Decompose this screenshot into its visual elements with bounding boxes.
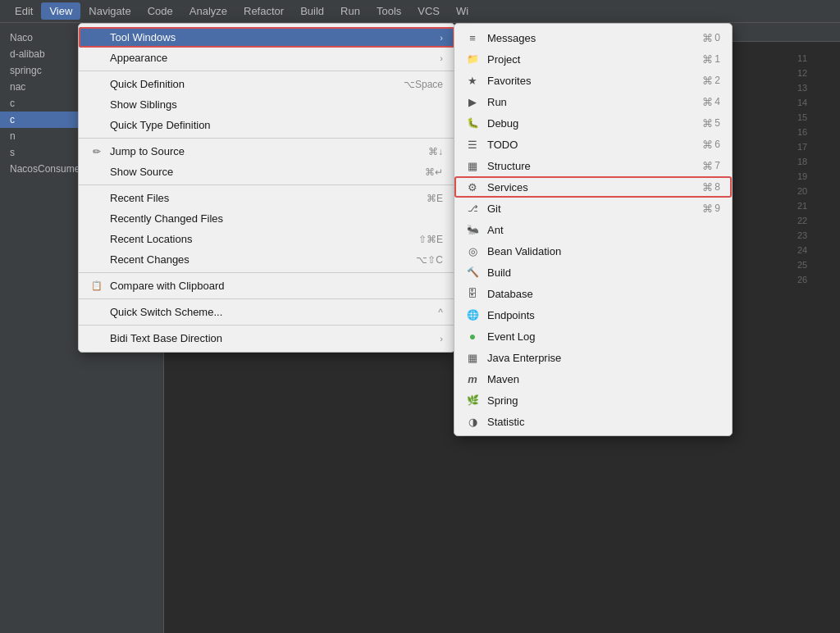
menu-item-quick-switch[interactable]: Quick Switch Scheme... ^ [79, 302, 454, 322]
tw-item-maven[interactable]: m Maven [454, 368, 732, 389]
endpoints-label: Endpoints [487, 309, 535, 321]
run-label: Run [487, 96, 507, 108]
compare-clipboard-label: Compare with Clipboard [110, 280, 224, 292]
separator-2 [79, 138, 454, 139]
tw-item-bean-validation[interactable]: ◎ Bean Validation [454, 240, 732, 262]
tw-item-favorites[interactable]: ★ Favorites ⌘2 [454, 70, 732, 91]
event-log-label: Event Log [487, 330, 536, 343]
project-shortcut: ⌘1 [702, 53, 720, 66]
tw-item-messages[interactable]: ≡ Messages ⌘0 [454, 27, 732, 48]
tw-item-spring[interactable]: 🌿 Spring [454, 389, 732, 411]
tw-item-project[interactable]: 📁 Project ⌘1 [454, 48, 732, 70]
quick-switch-label: Quick Switch Scheme... [110, 306, 222, 318]
menu-item-show-source[interactable]: Show Source ⌘↵ [79, 162, 454, 182]
spring-label: Spring [487, 394, 518, 407]
menu-build[interactable]: Build [292, 2, 332, 20]
menu-analyze[interactable]: Analyze [181, 2, 235, 20]
quick-def-shortcut: ⌥Space [404, 79, 443, 90]
menu-item-recent-locations[interactable]: Recent Locations ⇧⌘E [79, 229, 454, 249]
menu-item-show-siblings[interactable]: Show Siblings [79, 94, 454, 115]
tw-item-git[interactable]: ⎇ Git ⌘9 [454, 198, 732, 219]
tw-item-event-log[interactable]: ● Event Log [454, 326, 732, 347]
menu-item-bidi-text[interactable]: Bidi Text Base Direction › [79, 328, 454, 348]
ant-icon: 🐜 [466, 223, 479, 236]
run-icon: ▶ [466, 95, 479, 108]
tw-item-services[interactable]: ⚙ Services ⌘8 [454, 176, 732, 198]
favorites-icon: ★ [466, 74, 479, 87]
tool-windows-label: Tool Windows [110, 31, 176, 43]
messages-label: Messages [487, 32, 536, 44]
menu-edit[interactable]: Edit [7, 2, 41, 20]
quick-switch-shortcut: ^ [438, 307, 443, 318]
menu-item-tool-windows[interactable]: Tool Windows › [79, 27, 454, 48]
tw-item-statistic[interactable]: ◑ Statistic [454, 411, 732, 432]
menu-item-quick-definition[interactable]: Quick Definition ⌥Space [79, 74, 454, 94]
bean-validation-icon: ◎ [466, 244, 479, 257]
services-shortcut: ⌘8 [702, 181, 720, 194]
jump-source-label: Jump to Source [110, 145, 185, 157]
menu-refactor[interactable]: Refactor [235, 2, 292, 20]
bidi-text-arrow: › [440, 334, 443, 344]
quick-def-label: Quick Definition [110, 78, 185, 90]
view-menu-dropdown: Tool Windows › Appearance › Quick Defini… [78, 23, 455, 353]
menu-code[interactable]: Code [139, 2, 181, 20]
tw-item-endpoints[interactable]: 🌐 Endpoints [454, 304, 732, 326]
menu-wi[interactable]: Wi [448, 2, 477, 20]
tw-item-build[interactable]: 🔨 Build [454, 262, 732, 283]
ant-label: Ant [487, 224, 504, 236]
menu-vcs[interactable]: VCS [409, 2, 448, 20]
menu-view[interactable]: View [41, 2, 80, 20]
run-shortcut: ⌘4 [702, 96, 720, 108]
tw-item-todo[interactable]: ☰ TODO ⌘6 [454, 134, 732, 155]
build-label: Build [487, 266, 511, 279]
menu-navigate[interactable]: Navigate [80, 2, 139, 20]
git-label: Git [487, 203, 501, 215]
separator-1 [79, 71, 454, 71]
tw-item-java-enterprise[interactable]: ▦ Java Enterprise [454, 347, 732, 368]
menu-item-recent-files[interactable]: Recent Files ⌘E [79, 188, 454, 208]
separator-6 [79, 325, 454, 326]
build-icon: 🔨 [466, 266, 479, 279]
bean-validation-label: Bean Validation [487, 245, 561, 257]
separator-4 [79, 272, 454, 273]
recent-locations-label: Recent Locations [110, 233, 192, 245]
todo-label: TODO [487, 139, 518, 151]
line-numbers: 1112131415 1617181920 212223242526 [791, 48, 840, 290]
database-label: Database [487, 288, 533, 300]
recent-files-shortcut: ⌘E [427, 193, 443, 204]
menu-item-quick-type[interactable]: Quick Type Definition [79, 115, 454, 135]
bidi-text-label: Bidi Text Base Direction [110, 332, 222, 344]
debug-label: Debug [487, 117, 518, 130]
appearance-arrow: › [440, 53, 443, 63]
event-log-icon: ● [466, 330, 479, 343]
menu-item-appearance[interactable]: Appearance › [79, 48, 454, 68]
menu-item-compare-clipboard[interactable]: 📋 Compare with Clipboard [79, 276, 454, 296]
show-siblings-label: Show Siblings [110, 98, 177, 111]
java-enterprise-icon: ▦ [466, 351, 479, 364]
tw-item-run[interactable]: ▶ Run ⌘4 [454, 91, 732, 112]
services-label: Services [487, 181, 528, 194]
recent-changes-label: Recent Changes [110, 253, 189, 266]
git-icon: ⎇ [466, 202, 479, 215]
statistic-label: Statistic [487, 416, 525, 428]
todo-shortcut: ⌘6 [702, 139, 720, 151]
tool-windows-arrow: › [440, 33, 443, 43]
menu-item-jump-to-source[interactable]: ✏ Jump to Source ⌘↓ [79, 141, 454, 162]
endpoints-icon: 🌐 [466, 308, 479, 321]
menu-item-recent-changes[interactable]: Recent Changes ⌥⇧C [79, 249, 454, 270]
recent-changes-shortcut: ⌥⇧C [416, 254, 443, 266]
appearance-label: Appearance [110, 52, 167, 64]
todo-icon: ☰ [466, 138, 479, 151]
structure-label: Structure [487, 160, 531, 172]
menu-item-recently-changed[interactable]: Recently Changed Files [79, 208, 454, 229]
tw-item-database[interactable]: 🗄 Database [454, 283, 732, 304]
tw-item-debug[interactable]: 🐛 Debug ⌘5 [454, 112, 732, 134]
menubar: Edit View Navigate Code Analyze Refactor… [0, 0, 840, 23]
services-icon: ⚙ [466, 180, 479, 194]
messages-icon: ≡ [466, 31, 479, 44]
menu-run[interactable]: Run [332, 2, 368, 20]
tw-item-ant[interactable]: 🐜 Ant [454, 219, 732, 240]
menu-tools[interactable]: Tools [368, 2, 409, 20]
java-enterprise-label: Java Enterprise [487, 352, 561, 364]
tw-item-structure[interactable]: ▦ Structure ⌘7 [454, 155, 732, 176]
